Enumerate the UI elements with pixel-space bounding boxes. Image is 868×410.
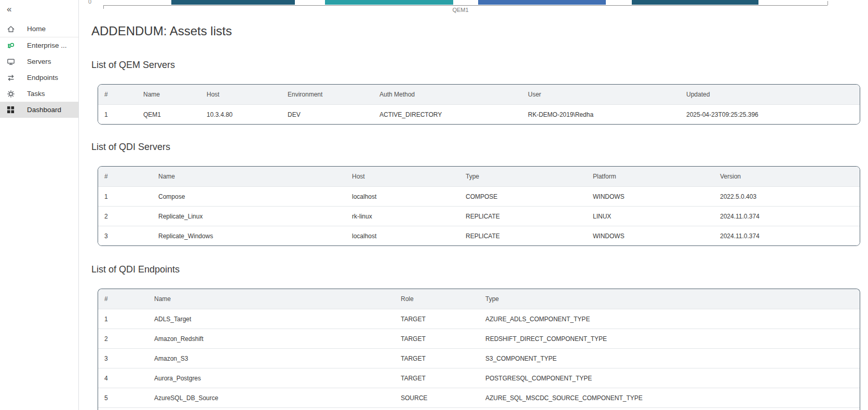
assets-table: #NameRoleType1ADLS_TargetTARGETAZURE_ADL… bbox=[98, 289, 860, 410]
dashboard-icon bbox=[7, 106, 15, 114]
column-header: Host bbox=[200, 85, 281, 104]
table-cell: WINDOWS bbox=[587, 186, 714, 206]
sidebar-item-servers[interactable]: Servers bbox=[0, 53, 78, 70]
column-header: Type bbox=[479, 289, 860, 309]
header-row: #NameRoleType bbox=[98, 289, 860, 309]
column-header: Name bbox=[137, 85, 200, 104]
table-cell: 1 bbox=[98, 104, 137, 124]
table-cell: RK-DEMO-2019\Redha bbox=[522, 104, 680, 124]
sidebar-item-dashboard[interactable]: Dashboard bbox=[0, 102, 78, 118]
table-cell: S3_COMPONENT_TYPE bbox=[479, 348, 860, 368]
column-header: Role bbox=[395, 289, 479, 309]
table-cell: ADLS_Target bbox=[148, 309, 395, 329]
table-cell: 2024.11.0.374 bbox=[714, 206, 860, 226]
enterprise-icon bbox=[7, 42, 15, 50]
sidebar-item-home[interactable]: Home bbox=[0, 21, 78, 37]
sidebar-item-enterprise[interactable]: Enterprise ... bbox=[0, 37, 78, 53]
table-cell: 1 bbox=[98, 186, 152, 206]
section-heading: List of QDI Servers bbox=[91, 140, 860, 154]
cut-off-row bbox=[98, 407, 860, 410]
table-cell: Replicate_Windows bbox=[152, 226, 346, 245]
table-row: 2Amazon_RedshiftTARGETREDSHIFT_DIRECT_CO… bbox=[98, 329, 860, 348]
table-cell: 3 bbox=[98, 348, 148, 368]
sidebar-item-label: Enterprise ... bbox=[27, 42, 67, 49]
table-cell: 2025-04-23T09:25:25.396 bbox=[680, 104, 860, 124]
chart-bar bbox=[325, 0, 453, 5]
column-header: Platform bbox=[587, 167, 714, 186]
table-cell: 1 bbox=[98, 309, 148, 329]
table-cell: TARGET bbox=[395, 368, 479, 388]
table-cell: TARGET bbox=[395, 329, 479, 348]
column-header: Environment bbox=[281, 85, 373, 104]
chart-x-axis bbox=[103, 5, 828, 6]
table-cell: 2022.5.0.403 bbox=[714, 186, 860, 206]
table-row: 3Amazon_S3TARGETS3_COMPONENT_TYPE bbox=[98, 348, 860, 368]
header-row: #NameHostTypePlatformVersion bbox=[98, 167, 860, 186]
table-cell: localhost bbox=[346, 226, 459, 245]
table-cell: AzureSQL_DB_Source bbox=[148, 388, 395, 407]
sidebar-item-endpoints[interactable]: Endpoints bbox=[0, 70, 78, 86]
sidebar-item-label: Dashboard bbox=[27, 106, 61, 114]
table-cell: Compose bbox=[152, 186, 346, 206]
column-header: Name bbox=[152, 167, 346, 186]
table-cell: 10.3.4.80 bbox=[200, 104, 281, 124]
table-cell: Amazon_Redshift bbox=[148, 329, 395, 348]
table-row: 4Aurora_PostgresTARGETPOSTGRESQL_COMPONE… bbox=[98, 368, 860, 388]
sidebar-item-tasks[interactable]: Tasks bbox=[0, 86, 78, 102]
table-cell: Replicate_Linux bbox=[152, 206, 346, 226]
section-list-of-qem-servers: List of QEM Servers#NameHostEnvironmentA… bbox=[91, 58, 860, 125]
section-heading: List of QDI Endpoints bbox=[91, 263, 860, 276]
table-row: 5AzureSQL_DB_SourceSOURCEAZURE_SQL_MSCDC… bbox=[98, 388, 860, 407]
table-cell: localhost bbox=[346, 186, 459, 206]
chart-bar bbox=[171, 0, 295, 5]
sidebar-item-label: Servers bbox=[27, 58, 51, 65]
table-cell: ACTIVE_DIRECTORY bbox=[373, 104, 522, 124]
table-cell: 5 bbox=[98, 388, 148, 407]
sidebar-item-label: Endpoints bbox=[27, 74, 58, 81]
column-header: User bbox=[522, 85, 680, 104]
table-cell: REPLICATE bbox=[459, 226, 587, 245]
table-row: 1QEM110.3.4.80DEVACTIVE_DIRECTORYRK-DEMO… bbox=[98, 104, 860, 124]
table-cell: REPLICATE bbox=[459, 206, 587, 226]
home-icon bbox=[7, 25, 15, 33]
column-header: Name bbox=[148, 289, 395, 309]
sidebar-item-label: Home bbox=[27, 25, 46, 33]
table-cell: WINDOWS bbox=[587, 226, 714, 245]
column-header: Host bbox=[346, 167, 459, 186]
table-cell: 2024.11.0.374 bbox=[714, 226, 860, 245]
column-header: Auth Method bbox=[373, 85, 522, 104]
column-header: Type bbox=[459, 167, 587, 186]
sidebar-collapse-button[interactable]: « bbox=[7, 4, 11, 15]
table-cell: SOURCE bbox=[395, 388, 479, 407]
chart-category-label: QEM1 bbox=[432, 7, 489, 13]
table-row: 2Replicate_Linuxrk-linuxREPLICATELINUX20… bbox=[98, 206, 860, 226]
table-row: 1ComposelocalhostCOMPOSEWINDOWS2022.5.0.… bbox=[98, 186, 860, 206]
endpoints-icon bbox=[7, 74, 15, 82]
tasks-icon bbox=[7, 90, 15, 98]
chart-y-tick-label: 0 bbox=[88, 0, 91, 5]
chart-bar bbox=[632, 0, 758, 5]
column-header: # bbox=[98, 289, 148, 309]
table-cell: LINUX bbox=[587, 206, 714, 226]
table-cell: AZURE_ADLS_COMPONENT_TYPE bbox=[479, 309, 860, 329]
column-header: # bbox=[98, 167, 152, 186]
table-cell: QEM1 bbox=[137, 104, 200, 124]
chart-bar bbox=[478, 0, 606, 5]
table-cell: Aurora_Postgres bbox=[148, 368, 395, 388]
top-chart-strip: 0 QEM1 bbox=[79, 0, 868, 16]
servers-icon bbox=[7, 58, 15, 66]
table-cell: 2 bbox=[98, 329, 148, 348]
assets-table: #NameHostTypePlatformVersion1Composeloca… bbox=[98, 166, 860, 246]
column-header: # bbox=[98, 85, 137, 104]
table-cell: 3 bbox=[98, 226, 152, 245]
table-cell: Amazon_S3 bbox=[148, 348, 395, 368]
table-cell: REDSHIFT_DIRECT_COMPONENT_TYPE bbox=[479, 329, 860, 348]
table-cell: POSTGRESQL_COMPONENT_TYPE bbox=[479, 368, 860, 388]
table-cell: DEV bbox=[281, 104, 373, 124]
table-cell: COMPOSE bbox=[459, 186, 587, 206]
chart-axis-tick-right bbox=[828, 1, 828, 5]
table-row: 3Replicate_WindowslocalhostREPLICATEWIND… bbox=[98, 226, 860, 245]
sidebar-item-label: Tasks bbox=[27, 90, 45, 98]
sidebar-nav: Home Enterprise ...ServersEndpointsTasks… bbox=[0, 21, 78, 118]
section-list-of-qdi-endpoints: List of QDI Endpoints#NameRoleType1ADLS_… bbox=[91, 263, 860, 410]
